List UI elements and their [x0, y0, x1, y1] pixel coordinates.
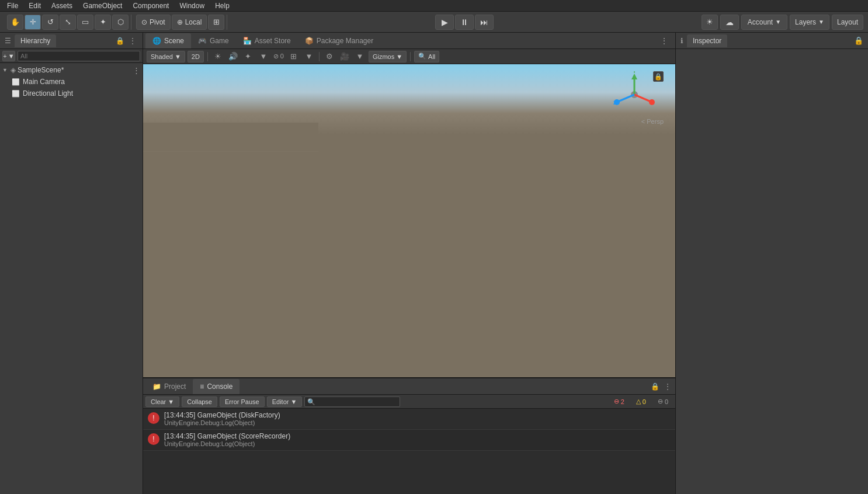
settings-button[interactable]: ⚙	[323, 51, 336, 62]
scene-tab[interactable]: 🌐 Scene	[145, 33, 191, 48]
asset-store-tab[interactable]: 🏪 Asset Store	[236, 33, 298, 48]
menu-gameobject[interactable]: GameObject	[78, 1, 127, 11]
hierarchy-search-input[interactable]	[18, 51, 140, 61]
menu-window[interactable]: Window	[175, 1, 209, 11]
search-all-icon: 🔍	[418, 53, 426, 60]
play-button[interactable]: ▶	[435, 15, 454, 30]
bottom-lock-icon[interactable]: 🔒	[650, 381, 660, 392]
grid-button[interactable]: ⊞	[208, 15, 224, 30]
bottom-tabs: 📁 Project ≡ Console 🔒 ⋮	[143, 378, 675, 395]
console-error-icon-1: !	[148, 433, 159, 445]
scene-item[interactable]: ▼ ◈ SampleScene* ⋮	[0, 64, 143, 76]
svg-text:Z: Z	[613, 100, 617, 106]
gizmos-label: Gizmos	[373, 53, 394, 60]
menu-file[interactable]: File	[2, 1, 23, 11]
svg-line-28	[634, 95, 651, 102]
hidden-toggle-button[interactable]: ⊘ 0	[272, 51, 285, 62]
effects-toggle-button[interactable]: ✦	[242, 51, 255, 62]
rotate-tool[interactable]: ↺	[42, 15, 58, 30]
clear-chevron-icon: ▼	[168, 398, 174, 405]
cloud-button[interactable]: ☁	[720, 15, 739, 30]
scale-tool[interactable]: ⤡	[60, 15, 76, 30]
view-tab-menu-icon[interactable]: ⋮	[655, 36, 673, 46]
hierarchy-lock-icon[interactable]: 🔒	[114, 36, 125, 46]
toolbar-divider-1	[207, 52, 208, 61]
clear-button[interactable]: Clear ▼	[145, 396, 179, 407]
collapse-button[interactable]: Collapse	[182, 396, 217, 407]
menu-help[interactable]: Help	[210, 1, 234, 11]
error-badge[interactable]: ⊖ 2	[609, 398, 629, 405]
game-tab[interactable]: 🎮 Game	[191, 33, 236, 48]
error-pause-label: Error Pause	[225, 398, 259, 405]
bottom-menu-icon[interactable]: ⋮	[662, 381, 673, 392]
audio-toggle-button[interactable]: 🔊	[227, 51, 239, 62]
console-entry-0[interactable]: ! [13:44:35] GameObject (DiskFactory) Un…	[143, 409, 675, 430]
warn-badge[interactable]: △ 0	[631, 398, 651, 405]
gizmo-lock-icon[interactable]: 🔒	[653, 71, 664, 82]
overlay-chevron[interactable]: ▼	[303, 51, 315, 62]
inspector-lock-icon[interactable]: 🔒	[854, 36, 863, 45]
account-button[interactable]: Account ▼	[741, 15, 787, 30]
hierarchy-panel: ☰ Hierarchy 🔒 ⋮ + ▼ ▼ ◈ SampleScene* ⋮	[0, 33, 143, 494]
twod-button[interactable]: 2D	[188, 51, 204, 62]
project-tab[interactable]: 📁 Project	[145, 379, 193, 394]
console-tab[interactable]: ≡ Console	[193, 379, 239, 394]
layers-button[interactable]: Layers ▼	[790, 15, 829, 30]
add-icon: +	[3, 53, 6, 60]
hierarchy-add-button[interactable]: + ▼	[2, 51, 15, 61]
menu-component[interactable]: Component	[128, 1, 173, 11]
step-button[interactable]: ⏭	[475, 15, 494, 30]
rect-tool[interactable]: ▭	[77, 15, 93, 30]
collab-settings-button[interactable]: ☀	[702, 15, 718, 30]
inspector-tab[interactable]: Inspector	[687, 34, 727, 47]
error-count: 2	[621, 398, 624, 405]
transform-tool[interactable]: ✦	[95, 15, 111, 30]
console-text-1: [13:44:35] GameObject (ScoreRecorder) Un…	[164, 432, 290, 447]
inspector-header: ℹ Inspector 🔒	[676, 33, 868, 49]
view-tabs: 🌐 Scene 🎮 Game 🏪 Asset Store 📦 Package M…	[143, 33, 675, 49]
local-button[interactable]: ⊕ Local	[172, 15, 207, 30]
menu-assets[interactable]: Assets	[47, 1, 77, 11]
shading-chevron-icon: ▼	[175, 53, 181, 60]
camera-chevron[interactable]: ▼	[353, 51, 366, 62]
move-tool[interactable]: ✛	[25, 15, 41, 30]
layout-button[interactable]: Layout	[832, 15, 863, 30]
persp-label[interactable]: < Persp	[641, 118, 664, 125]
hierarchy-icon: ☰	[5, 37, 11, 45]
bottom-panel: 📁 Project ≡ Console 🔒 ⋮ Clear ▼	[143, 377, 675, 494]
hierarchy-item-directional-light[interactable]: ⬜ Directional Light	[0, 88, 143, 99]
custom-tool[interactable]: ⬡	[112, 15, 129, 30]
console-sub-0: UnityEngine.Debug:Log(Object)	[164, 419, 280, 426]
package-manager-tab[interactable]: 📦 Package Manager	[298, 33, 380, 48]
gizmos-button[interactable]: Gizmos ▼	[369, 51, 407, 62]
console-entry-1[interactable]: ! [13:44:35] GameObject (ScoreRecorder) …	[143, 430, 675, 451]
overlay-button[interactable]: ⊞	[287, 51, 300, 62]
console-search-input[interactable]	[304, 396, 400, 407]
editor-button[interactable]: Editor ▼	[267, 396, 303, 407]
info-badge[interactable]: ⊖ 0	[653, 398, 673, 405]
project-tab-label: Project	[164, 382, 186, 391]
camera-button[interactable]: 🎥	[338, 51, 351, 62]
scene-gizmo[interactable]: 🔒 Y X	[611, 71, 664, 124]
console-tab-label: Console	[207, 382, 232, 391]
hierarchy-menu-icon[interactable]: ⋮	[127, 36, 138, 46]
effects-chevron[interactable]: ▼	[257, 51, 270, 62]
hierarchy-tab[interactable]: Hierarchy	[15, 34, 56, 47]
all-layers-button[interactable]: 🔍 All	[414, 51, 439, 62]
hierarchy-item-main-camera[interactable]: ⬜ Main Camera	[0, 76, 143, 88]
hand-tool[interactable]: ✋	[7, 15, 23, 30]
info-badge-icon: ⊖	[658, 398, 663, 405]
error-pause-button[interactable]: Error Pause	[220, 396, 265, 407]
menu-edit[interactable]: Edit	[24, 1, 46, 11]
shading-mode-button[interactable]: Shaded ▼	[147, 51, 185, 62]
clear-label: Clear	[151, 398, 166, 405]
light-toggle-button[interactable]: ☀	[211, 51, 224, 62]
svg-rect-0	[143, 123, 318, 152]
pause-button[interactable]: ⏸	[455, 15, 474, 30]
center-panel: 🌐 Scene 🎮 Game 🏪 Asset Store 📦 Package M…	[143, 33, 675, 377]
scene-canvas[interactable]: 🔒 Y X	[143, 64, 675, 377]
gizmo-axes: Y X Z	[611, 71, 658, 118]
pivot-button[interactable]: ⊙ Pivot	[136, 15, 171, 30]
asset-store-icon: 🏪	[243, 37, 252, 45]
scene-menu-icon[interactable]: ⋮	[133, 66, 140, 75]
